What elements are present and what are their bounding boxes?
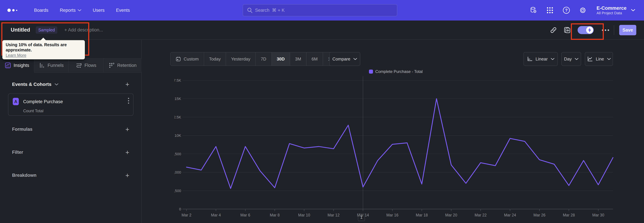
report-title[interactable]: Untitled bbox=[11, 27, 30, 33]
query-builder-sidebar: Insights Funnels Flows Retention Events bbox=[0, 40, 142, 223]
compare-button[interactable]: Compare bbox=[329, 52, 360, 66]
scale-dropdown[interactable]: Linear bbox=[524, 52, 558, 66]
project-name: E-Commerce bbox=[596, 5, 626, 11]
chart-type-dropdown[interactable]: Line bbox=[585, 52, 613, 66]
range-label: 6M bbox=[312, 56, 318, 62]
range-label: Today bbox=[209, 56, 221, 62]
legend-label: Complete Purchase - Total bbox=[375, 69, 422, 74]
mixpanel-logo-icon[interactable] bbox=[8, 9, 17, 12]
chevron-down-icon bbox=[607, 58, 611, 60]
svg-text:Mar 22: Mar 22 bbox=[474, 213, 487, 217]
apps-grid-icon[interactable] bbox=[546, 6, 554, 15]
calendar-icon bbox=[176, 56, 181, 62]
svg-text:10K: 10K bbox=[174, 134, 181, 138]
range-30d[interactable]: 30D bbox=[272, 52, 290, 66]
chart-type-label: Line bbox=[596, 56, 604, 62]
event-options-icon[interactable] bbox=[128, 98, 129, 104]
svg-text:Mar 20: Mar 20 bbox=[445, 213, 457, 217]
line-chart: 02,5005,0007,50010K12.5K15K17.5KMar 2Mar… bbox=[174, 74, 617, 222]
save-button[interactable]: Save bbox=[619, 25, 636, 35]
pagination-page-button[interactable]: 1 bbox=[358, 213, 365, 221]
project-scope: All Project Data bbox=[596, 11, 626, 15]
nav-item-label: Events bbox=[116, 8, 130, 13]
tab-flows[interactable]: Flows bbox=[69, 58, 104, 73]
nav-item-label: Reports bbox=[60, 8, 76, 13]
chevron-down-icon bbox=[353, 58, 357, 60]
chevron-down-icon[interactable] bbox=[54, 83, 58, 86]
svg-text:Mar 8: Mar 8 bbox=[270, 213, 280, 217]
range-7d[interactable]: 7D bbox=[256, 52, 272, 66]
chart-legend-item[interactable]: Complete Purchase - Total bbox=[174, 69, 617, 74]
insights-icon bbox=[5, 62, 11, 68]
event-aggregation[interactable]: Count Total bbox=[23, 108, 44, 113]
section-label: Breakdown bbox=[12, 173, 36, 178]
sampling-tooltip-message: Using 10% of data. Results are approxima… bbox=[6, 42, 82, 53]
add-event-button[interactable]: + bbox=[126, 82, 129, 87]
chevron-down-icon bbox=[575, 58, 578, 60]
search-input[interactable] bbox=[243, 4, 397, 16]
divider bbox=[614, 25, 614, 35]
svg-text:Mar 6: Mar 6 bbox=[240, 213, 250, 217]
settings-gear-icon[interactable] bbox=[578, 6, 587, 15]
data-management-icon[interactable] bbox=[529, 6, 538, 15]
svg-text:?: ? bbox=[565, 8, 568, 13]
add-formula-button[interactable]: + bbox=[126, 127, 129, 132]
help-icon[interactable]: ? bbox=[562, 6, 571, 15]
tab-retention[interactable]: Retention bbox=[104, 58, 142, 73]
range-label: 7D bbox=[261, 56, 266, 62]
range-6m[interactable]: 6M bbox=[306, 52, 323, 66]
svg-text:Mar 16: Mar 16 bbox=[386, 213, 398, 217]
svg-text:Mar 24: Mar 24 bbox=[504, 213, 516, 217]
event-name: Complete Purchase bbox=[23, 99, 63, 104]
svg-text:Mar 26: Mar 26 bbox=[534, 213, 546, 217]
nav-item-label: Users bbox=[93, 8, 105, 13]
nav-item-events[interactable]: Events bbox=[110, 0, 136, 21]
more-options-icon[interactable] bbox=[601, 25, 610, 35]
compare-label: Compare bbox=[332, 56, 350, 62]
report-title-bar: Untitled Sampled + Add description... bbox=[0, 21, 644, 40]
svg-text:2,500: 2,500 bbox=[174, 189, 181, 193]
svg-text:12.5K: 12.5K bbox=[174, 115, 181, 119]
granularity-dropdown[interactable]: Day bbox=[561, 52, 581, 66]
add-to-board-icon[interactable] bbox=[562, 25, 572, 35]
range-label: Yesterday bbox=[231, 56, 250, 62]
range-label: Custom bbox=[184, 56, 199, 62]
section-formulas: Formulas + bbox=[12, 127, 129, 132]
tab-funnels[interactable]: Funnels bbox=[34, 58, 69, 73]
nav-item-reports[interactable]: Reports bbox=[54, 0, 87, 21]
tab-label: Insights bbox=[14, 63, 29, 68]
event-card[interactable]: A Complete Purchase Count Total bbox=[8, 93, 134, 116]
add-description-button[interactable]: + Add description... bbox=[64, 27, 103, 33]
svg-text:17.5K: 17.5K bbox=[174, 78, 181, 82]
chevron-down-icon bbox=[551, 58, 554, 60]
add-filter-button[interactable]: + bbox=[126, 150, 129, 155]
range-today[interactable]: Today bbox=[204, 52, 226, 66]
range-yesterday[interactable]: Yesterday bbox=[226, 52, 256, 66]
range-3m[interactable]: 3M bbox=[290, 52, 306, 66]
sampling-toggle[interactable] bbox=[578, 26, 594, 34]
range-custom[interactable]: Custom bbox=[170, 52, 204, 66]
section-filter: Filter + bbox=[12, 150, 129, 155]
nav-item-boards[interactable]: Boards bbox=[28, 0, 54, 21]
tab-label: Funnels bbox=[48, 63, 64, 68]
project-switcher[interactable]: E-Commerce All Project Data bbox=[596, 5, 635, 15]
tab-insights[interactable]: Insights bbox=[0, 58, 34, 73]
sampled-badge[interactable]: Sampled bbox=[36, 26, 57, 34]
nav-item-users[interactable]: Users bbox=[87, 0, 110, 21]
top-nav: Boards Reports Users Events ? bbox=[0, 0, 644, 21]
svg-text:15K: 15K bbox=[174, 97, 181, 101]
series-badge: A bbox=[13, 98, 19, 105]
svg-text:Mar 18: Mar 18 bbox=[416, 213, 428, 217]
range-label: 3M bbox=[295, 56, 301, 62]
report-tabs: Insights Funnels Flows Retention bbox=[0, 58, 142, 73]
tab-label: Retention bbox=[117, 63, 137, 68]
learn-more-link[interactable]: Learn More bbox=[6, 53, 26, 58]
svg-text:Mar 10: Mar 10 bbox=[298, 213, 310, 217]
svg-text:Mar 4: Mar 4 bbox=[211, 213, 221, 217]
sampling-tooltip: Using 10% of data. Results are approxima… bbox=[2, 40, 85, 59]
funnels-icon bbox=[39, 62, 45, 68]
section-label: Filter bbox=[12, 150, 23, 155]
svg-text:0: 0 bbox=[179, 207, 181, 211]
copy-link-icon[interactable] bbox=[549, 25, 558, 35]
add-breakdown-button[interactable]: + bbox=[126, 173, 129, 178]
